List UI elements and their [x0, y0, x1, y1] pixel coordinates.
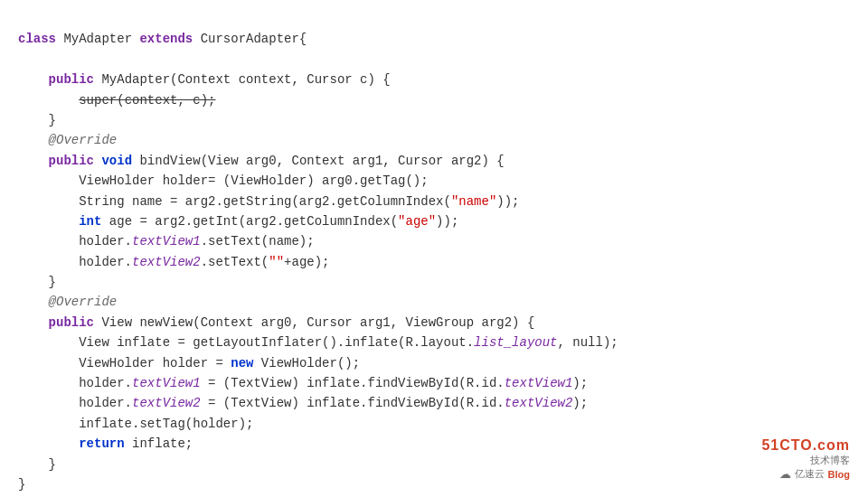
watermark-site: 51CTO.com [761, 437, 850, 454]
watermark-line2: 技术博客 [761, 454, 850, 467]
watermark-line3: ☁ 亿速云 Blog [761, 467, 850, 481]
watermark-yisuyun: 亿速云 [795, 467, 825, 481]
code-container: class MyAdapter extends CursorAdapter{ p… [0, 0, 868, 497]
code-block: class MyAdapter extends CursorAdapter{ p… [18, 9, 850, 497]
watermark: 51CTO.com 技术博客 ☁ 亿速云 Blog [761, 437, 850, 481]
watermark-blog: Blog [828, 469, 850, 480]
